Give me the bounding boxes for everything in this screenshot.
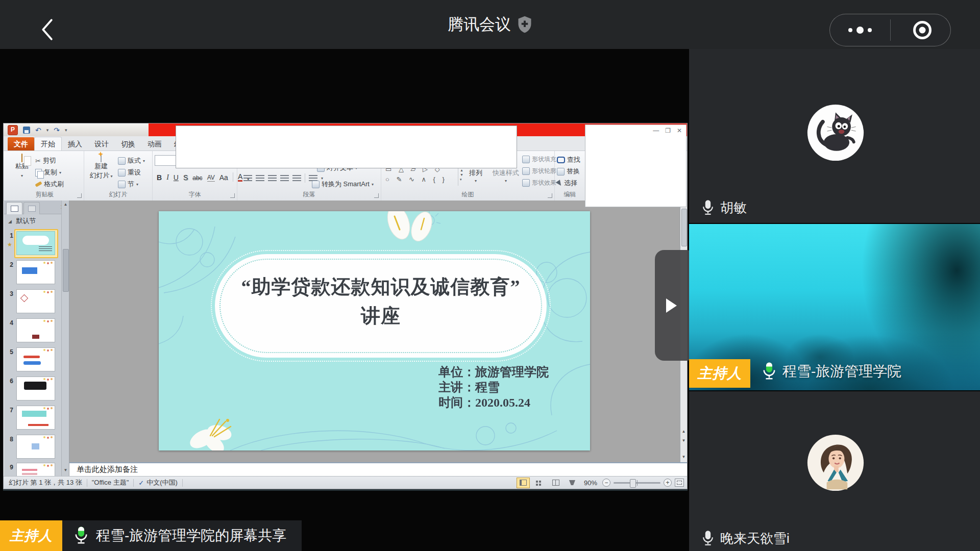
zoom-slider-thumb[interactable] xyxy=(630,479,636,488)
slideshow-button[interactable] xyxy=(566,478,579,488)
quick-access-toolbar: P ↶▾ ↷ ▾ xyxy=(4,123,149,136)
slide-thumbnail-6[interactable]: 6 xyxy=(4,377,61,400)
replace-button[interactable]: 替换 xyxy=(557,167,580,176)
reset-button[interactable]: 重设 xyxy=(118,168,141,177)
shape-effects-button[interactable]: 形状效果 xyxy=(522,179,556,187)
next-slide-icon[interactable]: ▼ xyxy=(680,438,687,443)
shape-fill-button[interactable]: 形状填充 xyxy=(522,155,556,164)
find-button[interactable]: 查找 xyxy=(557,155,580,164)
strikethrough-button[interactable]: abc xyxy=(192,174,202,182)
slide-thumbnail-1[interactable]: 1 ★ xyxy=(4,231,61,257)
slide-edit-area: “助学贷款还款知识及诚信教育” 讲座 单位：旅游管理学院 主讲：程雪 时间：20… xyxy=(69,201,687,462)
shape-outline-button[interactable]: 形状轮廓 xyxy=(522,167,556,176)
tab-design[interactable]: 设计 xyxy=(88,137,115,151)
dialog-launcher-icon[interactable] xyxy=(230,193,235,198)
scroll-down-icon[interactable]: ▼ xyxy=(680,455,687,459)
collapse-triangle-icon: ◢ xyxy=(8,219,12,224)
scrollbar-thumb[interactable] xyxy=(63,249,69,292)
scroll-down-icon[interactable]: ▼ xyxy=(62,468,69,472)
tab-insert[interactable]: 插入 xyxy=(62,137,88,151)
dialog-launcher-icon[interactable] xyxy=(548,193,552,198)
bold-button[interactable]: B xyxy=(157,173,162,182)
next-page-button[interactable] xyxy=(655,250,689,361)
zoom-out-button[interactable]: − xyxy=(602,479,610,487)
restore-button[interactable]: ❐ xyxy=(665,127,671,134)
zoom-in-button[interactable]: + xyxy=(664,479,672,487)
section-button[interactable]: 节▾ xyxy=(118,180,138,189)
slides-tab[interactable] xyxy=(6,202,22,214)
copy-button[interactable]: 复制 ▾ xyxy=(35,168,61,177)
previous-slide-icon[interactable]: ▲ xyxy=(680,429,687,434)
dialog-launcher-icon[interactable] xyxy=(77,193,82,198)
save-icon[interactable] xyxy=(23,127,30,134)
layout-button[interactable]: 版式▾ xyxy=(118,156,145,165)
slide-thumbnail-4[interactable]: 4 xyxy=(4,318,61,342)
minimize-button[interactable]: — xyxy=(653,127,659,134)
align-center-button[interactable] xyxy=(256,175,264,182)
slide-thumbnail-9[interactable]: 9 xyxy=(4,463,61,476)
format-painter-button[interactable]: 格式刷 xyxy=(35,180,64,189)
italic-button[interactable]: I xyxy=(166,173,169,182)
smartart-button[interactable]: 转换为 SmartArt▾ xyxy=(312,180,374,189)
slide-thumbnail-3[interactable]: 3 xyxy=(4,289,61,313)
tab-home[interactable]: 开始 xyxy=(34,137,62,151)
thumbnail-scrollbar[interactable]: ▲ ▼ xyxy=(61,201,69,476)
change-case-button[interactable]: Aa xyxy=(219,173,228,182)
slide-thumbnail-5[interactable]: 5 xyxy=(4,347,61,371)
distribute-button[interactable] xyxy=(292,175,301,182)
select-button[interactable]: 选择 xyxy=(557,179,577,188)
undo-icon[interactable]: ↶ xyxy=(35,127,41,134)
scrollbar-thumb[interactable] xyxy=(681,209,687,246)
font-name-combo[interactable] xyxy=(155,155,176,166)
participant-tile[interactable]: 晚来天欲雪i xyxy=(689,391,980,551)
host-badge: 主持人 xyxy=(689,359,750,388)
participant-tile[interactable]: 胡敏 xyxy=(689,49,980,223)
outline-tab[interactable] xyxy=(23,202,40,214)
normal-view-button[interactable] xyxy=(517,478,530,488)
zoom-slider[interactable] xyxy=(614,482,660,484)
slide-thumbnail-2[interactable]: 2 xyxy=(4,260,61,284)
shadow-button[interactable]: S xyxy=(183,173,188,182)
more-button[interactable] xyxy=(830,14,890,46)
slide-title: “助学贷款还款知识及诚信教育” 讲座 xyxy=(215,272,547,331)
paste-button[interactable]: 粘贴 ▾ xyxy=(9,154,35,179)
exit-button[interactable] xyxy=(913,21,932,39)
tab-transitions[interactable]: 切换 xyxy=(115,137,141,151)
group-clipboard: 粘贴 ▾ ✂ 剪切 复制 ▾ 格式刷 xyxy=(6,151,84,201)
participant-tile-video[interactable]: 主持人 程雪-旅游管理学院 xyxy=(689,224,980,390)
slide-info-block: 单位：旅游管理学院 主讲：程雪 时间：2020.05.24 xyxy=(438,364,549,410)
zoom-level[interactable]: 90% xyxy=(584,479,597,487)
tab-file[interactable]: 文件 xyxy=(8,137,34,151)
align-left-button[interactable] xyxy=(243,175,252,182)
underline-button[interactable]: U xyxy=(174,173,179,182)
host-badge: 主持人 xyxy=(0,520,62,551)
participant-name-row: 程雪-旅游管理学院 xyxy=(762,361,901,382)
tab-animations[interactable]: 动画 xyxy=(141,137,168,151)
scroll-up-icon[interactable]: ▲ xyxy=(62,202,69,207)
cut-button[interactable]: ✂ 剪切 xyxy=(35,156,56,165)
quick-styles-button[interactable]: 快速样式 ▾ xyxy=(493,168,519,183)
justify-button[interactable] xyxy=(280,175,289,182)
white-petals-top xyxy=(383,211,435,244)
fit-to-window-button[interactable] xyxy=(675,479,684,487)
section-header[interactable]: ◢ 默认节 xyxy=(8,216,36,226)
group-label: 剪贴板 xyxy=(6,190,84,199)
close-button[interactable]: ✕ xyxy=(677,127,682,134)
char-spacing-button[interactable]: AV xyxy=(207,174,215,182)
align-right-button[interactable] xyxy=(268,175,277,182)
arrange-button[interactable]: 排列 ▾ xyxy=(469,168,482,183)
notes-pane[interactable]: 单击此处添加备注 xyxy=(69,462,687,476)
qat-customize-icon[interactable]: ▾ xyxy=(65,128,67,133)
slide-sorter-button[interactable] xyxy=(533,478,546,488)
redo-icon[interactable]: ↷ xyxy=(54,127,60,134)
new-slide-button[interactable]: 新建 幻灯片 ▾ xyxy=(86,154,116,180)
reading-view-button[interactable] xyxy=(549,478,562,488)
slide-thumbnail-7[interactable]: 7 xyxy=(4,406,61,430)
dialog-launcher-icon[interactable] xyxy=(374,193,379,198)
language-indicator[interactable]: 中文(中国) xyxy=(146,478,178,487)
group-label: 编辑 xyxy=(555,190,585,199)
back-button[interactable] xyxy=(40,18,54,41)
participant-name: 程雪-旅游管理学院 xyxy=(782,362,901,381)
slide-canvas[interactable]: “助学贷款还款知识及诚信教育” 讲座 单位：旅游管理学院 主讲：程雪 时间：20… xyxy=(159,211,590,450)
slide-thumbnail-8[interactable]: 8 xyxy=(4,435,61,459)
